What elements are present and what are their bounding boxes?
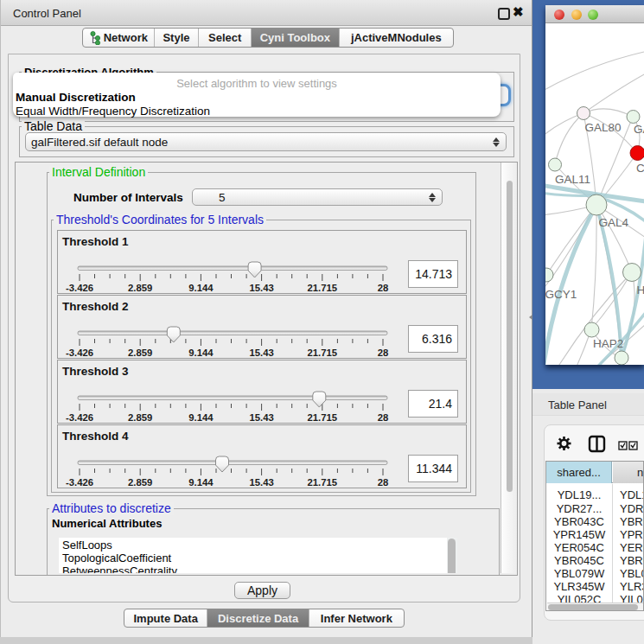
svg-text:9.144: 9.144: [188, 412, 214, 423]
svg-text:28: 28: [378, 477, 389, 488]
svg-text:9.144: 9.144: [188, 283, 214, 293]
svg-text:21.715: 21.715: [308, 477, 338, 488]
svg-text:15.43: 15.43: [249, 348, 273, 358]
svg-text:2.859: 2.859: [128, 477, 152, 488]
svg-text:GA: GA: [634, 123, 644, 136]
svg-text:GAL4: GAL4: [599, 216, 629, 229]
svg-text:2.859: 2.859: [128, 412, 152, 423]
svg-text:21.715: 21.715: [308, 412, 338, 423]
svg-text:GAL80: GAL80: [585, 121, 622, 134]
svg-text:H: H: [637, 284, 644, 296]
svg-text:21.715: 21.715: [308, 348, 338, 358]
svg-text:-3.426: -3.426: [66, 412, 93, 423]
svg-text:9.144: 9.144: [188, 477, 214, 488]
svg-text:28: 28: [378, 283, 389, 293]
svg-text:2.859: 2.859: [128, 283, 152, 293]
svg-text:-3.426: -3.426: [66, 283, 93, 293]
svg-text:15.43: 15.43: [249, 412, 273, 423]
svg-text:28: 28: [378, 348, 389, 358]
svg-text:15.43: 15.43: [249, 477, 273, 488]
svg-text:HAP2: HAP2: [593, 337, 623, 350]
svg-text:15.43: 15.43: [249, 283, 273, 293]
svg-text:28: 28: [378, 412, 389, 423]
svg-text:C: C: [636, 162, 644, 175]
svg-text:-3.426: -3.426: [66, 477, 93, 488]
svg-text:2.859: 2.859: [128, 348, 152, 358]
svg-text:9.144: 9.144: [188, 348, 214, 358]
svg-text:-3.426: -3.426: [66, 348, 93, 358]
svg-text:GAL11: GAL11: [555, 173, 590, 186]
svg-text:21.715: 21.715: [308, 283, 338, 293]
svg-text:GCY1: GCY1: [545, 288, 577, 301]
